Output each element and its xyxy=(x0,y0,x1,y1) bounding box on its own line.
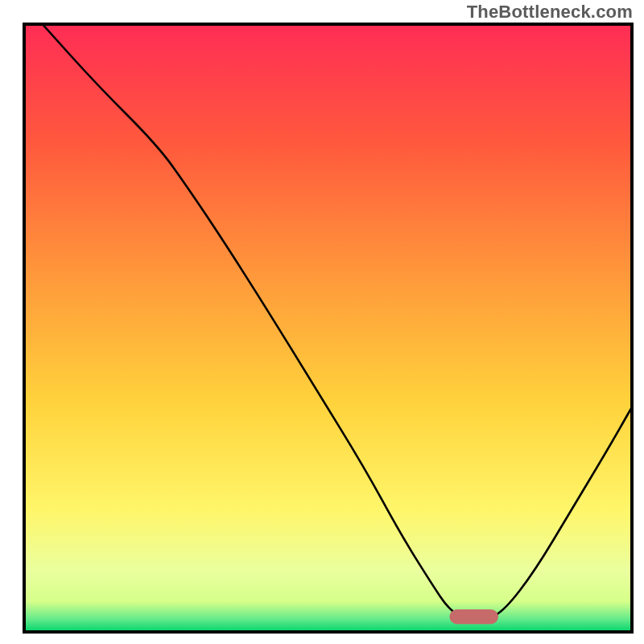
minimum-marker xyxy=(450,609,498,624)
watermark-text: TheBottleneck.com xyxy=(467,2,633,23)
plot-background xyxy=(24,24,632,632)
bottleneck-chart xyxy=(0,0,644,644)
chart-container: TheBottleneck.com xyxy=(0,0,644,644)
